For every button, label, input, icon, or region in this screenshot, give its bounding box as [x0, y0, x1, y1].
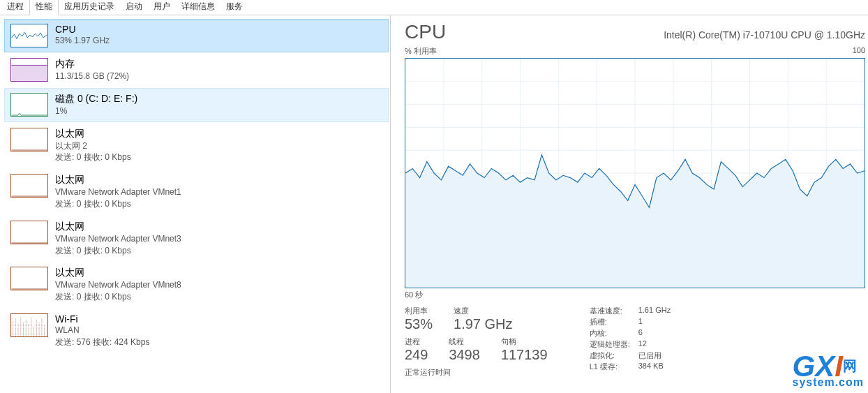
- chart-y-max: 100: [853, 46, 865, 57]
- net-thumb-icon: [10, 313, 48, 337]
- svg-rect-0: [12, 65, 47, 81]
- net-thumb-icon: [10, 174, 48, 198]
- tab-startup[interactable]: 启动: [120, 0, 148, 15]
- sidebar-item-sub1: 1%: [55, 105, 137, 117]
- sidebar-item-sub1: VMware Network Adapter VMnet3: [55, 233, 181, 245]
- sidebar-item-cpu-0[interactable]: CPU53% 1.97 GHz: [4, 19, 389, 52]
- chart-x-label: 60 秒: [405, 290, 868, 300]
- spec-value: 1.61 GHz: [638, 306, 671, 316]
- tab-users[interactable]: 用户: [148, 0, 176, 15]
- spec-key: 逻辑处理器:: [590, 339, 630, 350]
- spec-key: 虚拟化:: [590, 350, 630, 361]
- chart-y-label: % 利用率: [405, 46, 437, 57]
- cpu-usage-chart: [405, 58, 865, 288]
- tab-bar: 进程 性能 应用历史记录 启动 用户 详细信息 服务: [0, 0, 868, 15]
- sidebar-item-net-5[interactable]: 以太网VMware Network Adapter VMnet3发送: 0 接收…: [4, 216, 389, 262]
- sidebar-item-sub1: 53% 1.97 GHz: [55, 35, 110, 47]
- sidebar-item-net-4[interactable]: 以太网VMware Network Adapter VMnet1发送: 0 接收…: [4, 169, 389, 215]
- stat-handle-value: 117139: [501, 347, 548, 363]
- sidebar-item-title: 以太网: [55, 267, 181, 279]
- tab-app-history[interactable]: 应用历史记录: [59, 0, 120, 15]
- sidebar-item-net-6[interactable]: 以太网VMware Network Adapter VMnet8发送: 0 接收…: [4, 262, 389, 308]
- sidebar-item-sub1: 以太网 2: [55, 140, 131, 152]
- tab-processes[interactable]: 进程: [1, 0, 29, 15]
- spec-key: 内核:: [590, 328, 630, 339]
- resource-sidebar[interactable]: CPU53% 1.97 GHz内存11.3/15.8 GB (72%)磁盘 0 …: [0, 15, 391, 393]
- sidebar-item-title: 磁盘 0 (C: D: E: F:): [55, 93, 137, 105]
- uptime-label: 正常运行时间: [405, 367, 548, 378]
- spec-key: L1 缓存:: [590, 362, 630, 372]
- cpu-thumb-icon: [10, 24, 48, 47]
- spec-value: 384 KB: [638, 362, 671, 372]
- sidebar-item-sub2: 发送: 0 接收: 0 Kbps: [55, 198, 181, 210]
- net-thumb-icon: [10, 267, 48, 290]
- tab-services[interactable]: 服务: [220, 0, 248, 15]
- sidebar-item-sub2: 发送: 576 接收: 424 Kbps: [55, 336, 149, 348]
- sidebar-item-sub1: VMware Network Adapter VMnet8: [55, 279, 181, 291]
- cpu-spec-grid: 基准速度:1.61 GHz插槽:1内核:6逻辑处理器:12虚拟化:已启用L1 缓…: [590, 306, 671, 378]
- sidebar-item-title: CPU: [55, 24, 110, 35]
- tab-performance[interactable]: 性能: [29, 0, 59, 15]
- tab-details[interactable]: 详细信息: [176, 0, 220, 15]
- detail-panel: CPU Intel(R) Core(TM) i7-10710U CPU @ 1.…: [391, 15, 868, 393]
- cpu-model-name: Intel(R) Core(TM) i7-10710U CPU @ 1.10GH…: [664, 29, 865, 40]
- detail-title: CPU: [405, 21, 446, 43]
- stat-thread-value: 3498: [449, 347, 480, 363]
- mem-thumb-icon: [10, 58, 48, 82]
- disk-thumb-icon: [10, 93, 48, 117]
- sidebar-item-sub1: 11.3/15.8 GB (72%): [55, 71, 129, 82]
- spec-key: 插槽:: [590, 317, 630, 327]
- sidebar-item-sub2: 发送: 0 接收: 0 Kbps: [55, 245, 181, 257]
- sidebar-item-sub1: WLAN: [55, 325, 149, 336]
- sidebar-item-title: 以太网: [55, 174, 181, 186]
- spec-value: 1: [638, 317, 671, 327]
- spec-value: 6: [638, 328, 671, 339]
- sidebar-item-sub2: 发送: 0 接收: 0 Kbps: [55, 151, 131, 163]
- stat-proc-value: 249: [405, 347, 428, 363]
- stat-util-label: 利用率: [405, 306, 433, 316]
- sidebar-item-net-7[interactable]: Wi-FiWLAN发送: 576 接收: 424 Kbps: [4, 309, 389, 353]
- net-thumb-icon: [10, 128, 48, 151]
- stat-util-value: 53%: [405, 316, 433, 332]
- sidebar-item-sub2: 发送: 0 接收: 0 Kbps: [55, 291, 181, 303]
- sidebar-item-net-3[interactable]: 以太网以太网 2发送: 0 接收: 0 Kbps: [4, 123, 389, 169]
- stat-handle-label: 句柄: [501, 336, 548, 347]
- stat-proc-label: 进程: [405, 336, 428, 347]
- sidebar-item-mem-1[interactable]: 内存11.3/15.8 GB (72%): [4, 53, 389, 87]
- sidebar-item-title: 以太网: [55, 128, 131, 140]
- spec-key: 基准速度:: [590, 306, 630, 316]
- sidebar-item-title: 以太网: [55, 221, 181, 233]
- stat-thread-label: 线程: [449, 336, 480, 347]
- sidebar-item-title: 内存: [55, 58, 129, 71]
- stat-speed-value: 1.97 GHz: [454, 316, 512, 332]
- sidebar-item-disk-2[interactable]: 磁盘 0 (C: D: E: F:)1%: [4, 88, 389, 122]
- sidebar-item-sub1: VMware Network Adapter VMnet1: [55, 186, 181, 198]
- stat-speed-label: 速度: [454, 306, 512, 316]
- spec-value: 已启用: [638, 350, 671, 361]
- sidebar-item-title: Wi-Fi: [55, 313, 149, 325]
- spec-value: 12: [638, 339, 671, 350]
- net-thumb-icon: [10, 221, 48, 244]
